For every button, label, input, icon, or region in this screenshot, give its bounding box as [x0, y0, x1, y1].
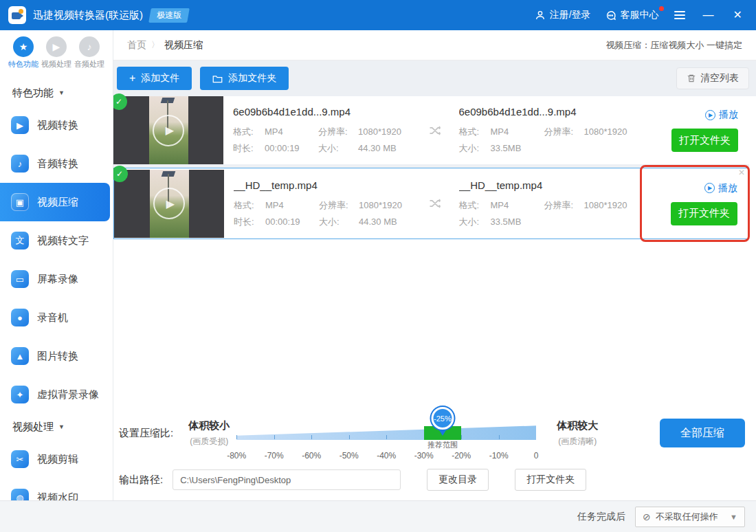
tick-label: -60%: [302, 451, 321, 461]
video-thumbnail: ▶: [113, 96, 223, 164]
convert-arrows-icon: [421, 197, 449, 210]
caret-down-icon: ▼: [58, 89, 65, 96]
slider-pin[interactable]: -25%: [431, 407, 454, 430]
open-folder-button[interactable]: 打开文件夹: [671, 129, 738, 152]
source-filename: __HD__temp.mp4: [234, 179, 421, 191]
titlebar: 迅捷视频转换器(联运版) 极速版 注册/登录 客服中心 — ✕: [0, 0, 756, 30]
output-path-section: 输出路径: 更改目录 打开文件夹: [113, 465, 756, 500]
login-button[interactable]: 注册/登录: [535, 9, 591, 21]
slider-tick: [274, 435, 275, 439]
statusbar: 任务完成后 ⊘ 不采取任何操作 ▼: [0, 500, 756, 532]
output-filename: 6e09b6b4d1e1dd...9.mp4: [459, 106, 647, 118]
source-filename: 6e09b6b4d1e1dd...9.mp4: [233, 106, 421, 118]
tick-label: 0: [534, 451, 539, 461]
play-link[interactable]: ▶ 播放: [705, 109, 738, 121]
breadcrumb-current: 视频压缩: [164, 39, 203, 52]
mode-strip: ★ 特色功能 ▶ 视频处理 ♪ 音频处理: [0, 30, 113, 76]
sidebar-item-video-watermark[interactable]: ◍ 视频水印: [0, 478, 113, 500]
tick-label: -20%: [452, 451, 471, 461]
app-window: 迅捷视频转换器(联运版) 极速版 注册/登录 客服中心 — ✕ ★ 特色功能: [0, 0, 756, 532]
sidebar-item-video-compress[interactable]: ▣ 视频压缩: [0, 183, 110, 221]
compression-slider[interactable]: 推荐范围 -25% -80% -70% -60% -50% -40% -30% …: [236, 406, 536, 461]
add-folder-button[interactable]: 添加文件夹: [200, 67, 289, 90]
slider-tick: [499, 435, 500, 439]
sidebar-item-audio-convert[interactable]: ♪ 音频转换: [0, 144, 113, 183]
virtual-background-icon: ✦: [11, 386, 29, 403]
file-row[interactable]: ✓ ▶ __HD__temp.mp4 格式:MP4分辨率:1080*1920 时…: [113, 168, 749, 239]
minimize-button[interactable]: —: [700, 10, 717, 21]
output-path-input[interactable]: [173, 469, 401, 490]
change-directory-button[interactable]: 更改目录: [427, 469, 489, 491]
compress-all-button[interactable]: 全部压缩: [660, 419, 745, 447]
open-output-folder-button[interactable]: 打开文件夹: [515, 469, 586, 491]
nav-group-video-processing[interactable]: 视频处理 ▼: [0, 414, 113, 440]
play-link[interactable]: ▶ 播放: [704, 182, 737, 195]
compression-section: 设置压缩比: 体积较小 (画质受损): [113, 406, 756, 465]
close-icon[interactable]: ✕: [738, 168, 745, 177]
tick-label: -40%: [377, 451, 396, 461]
sidebar-item-voice-recorder[interactable]: ● 录音机: [0, 298, 113, 337]
tick-label: -80%: [227, 451, 246, 461]
breadcrumb-home[interactable]: 首页: [127, 39, 146, 52]
folder-icon: [212, 74, 223, 83]
sidebar-item-video-to-text[interactable]: 文 视频转文字: [0, 221, 113, 260]
video-to-text-icon: 文: [11, 232, 29, 250]
film-icon: ▶: [46, 36, 67, 57]
app-logo-icon: [8, 6, 26, 24]
output-file-info: 6e09b6b4d1e1dd...9.mp4 格式:MP4分辨率:1080*19…: [449, 106, 647, 155]
close-button[interactable]: ✕: [731, 10, 745, 21]
tick-label: -10%: [489, 451, 509, 461]
nav-group-featured[interactable]: 特色功能 ▼: [0, 80, 113, 106]
source-file-info: __HD__temp.mp4 格式:MP4分辨率:1080*1920 时长:00…: [224, 179, 421, 228]
user-icon: [535, 10, 546, 21]
menu-button[interactable]: [673, 8, 687, 22]
file-row[interactable]: ✓ ▶ 6e09b6b4d1e1dd...9.mp4 格式:MP4分辨率:108…: [113, 96, 749, 164]
clear-list-button[interactable]: 清空列表: [676, 67, 749, 89]
sidebar-item-video-convert[interactable]: ▶ 视频转换: [0, 106, 113, 144]
app-title: 迅捷视频转换器(联运版): [33, 9, 143, 22]
tick-label: -70%: [265, 451, 284, 461]
content: + 添加文件 添加文件夹 清空列表 ✓: [113, 60, 756, 500]
video-convert-icon: ▶: [11, 116, 29, 134]
row-actions: ▶ 播放 打开文件夹: [645, 182, 748, 225]
no-action-icon: ⊘: [643, 511, 651, 522]
chat-icon: [605, 10, 616, 21]
play-icon: ▶: [704, 183, 715, 193]
notification-dot: [659, 6, 664, 11]
sidebar-item-image-convert[interactable]: ▲ 图片转换: [0, 337, 113, 375]
breadcrumb-separator: 〉: [151, 39, 159, 51]
screen-record-icon: ▭: [11, 270, 29, 288]
sidebar-nav: 特色功能 ▼ ▶ 视频转换 ♪ 音频转换 ▣ 视频压缩 文 视频转文字: [0, 76, 113, 500]
voice-recorder-icon: ●: [11, 309, 29, 326]
after-task-select[interactable]: ⊘ 不采取任何操作 ▼: [635, 507, 745, 527]
row-actions: ▶ 播放 打开文件夹: [646, 109, 749, 152]
source-file-info: 6e09b6b4d1e1dd...9.mp4 格式:MP4分辨率:1080*19…: [223, 106, 421, 155]
slider-tick: [349, 435, 350, 439]
sidebar-item-virtual-background[interactable]: ✦ 虚拟背景录像: [0, 375, 113, 414]
sidebar-item-video-edit[interactable]: ✂ 视频剪辑: [0, 440, 113, 478]
audio-convert-icon: ♪: [11, 155, 29, 173]
add-file-button[interactable]: + 添加文件: [117, 67, 192, 90]
slider-tick: [461, 435, 462, 439]
smaller-size-label: 体积较小 (画质受损): [188, 419, 230, 447]
caret-down-icon: ▼: [58, 423, 65, 430]
video-thumbnail: ▶: [114, 170, 224, 238]
image-convert-icon: ▲: [11, 347, 29, 365]
service-center-button[interactable]: 客服中心: [605, 9, 659, 21]
mode-video-processing[interactable]: ▶ 视频处理: [40, 36, 73, 69]
mode-audio-processing[interactable]: ♪ 音频处理: [73, 36, 106, 69]
play-icon: ▶: [705, 110, 715, 120]
tick-label: -50%: [340, 451, 359, 461]
mode-featured[interactable]: ★ 特色功能: [7, 36, 40, 69]
play-overlay-icon[interactable]: ▶: [153, 115, 184, 146]
sidebar-item-screen-record[interactable]: ▭ 屏幕录像: [0, 260, 113, 298]
star-icon: ★: [13, 36, 34, 57]
file-list: ✓ ▶ 6e09b6b4d1e1dd...9.mp4 格式:MP4分辨率:108…: [113, 96, 756, 239]
music-note-icon: ♪: [79, 36, 100, 57]
play-overlay-icon[interactable]: ▶: [153, 188, 185, 219]
open-folder-button[interactable]: 打开文件夹: [671, 202, 737, 225]
convert-arrows-icon: [421, 124, 449, 137]
output-path-label: 输出路径:: [119, 474, 163, 487]
slider-tick: [311, 435, 312, 439]
tick-label: -30%: [414, 451, 434, 461]
